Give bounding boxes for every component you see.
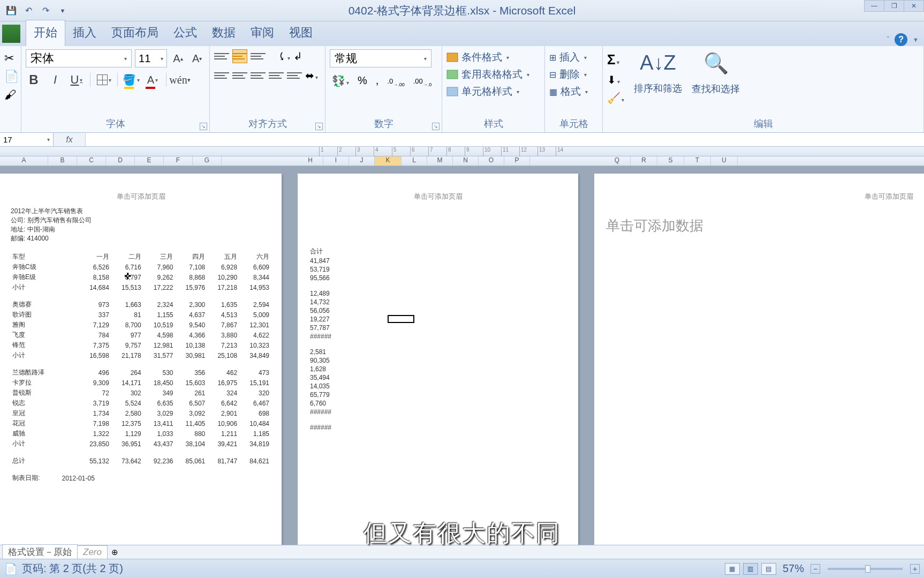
insert-cells-button[interactable]: ⊞ 插入▾ — [549, 50, 598, 64]
format-as-table-button[interactable]: 套用表格格式▾ — [446, 67, 540, 81]
col-Q[interactable]: Q — [604, 156, 631, 166]
cut-icon[interactable]: ✂ — [4, 51, 17, 65]
tab-formulas[interactable]: 公式 — [166, 20, 205, 46]
page3-header[interactable]: 单击可添加页眉 — [594, 174, 924, 207]
tab-data[interactable]: 数据 — [205, 20, 243, 46]
orientation-icon[interactable]: ⤹▾ — [277, 50, 290, 63]
qat-dropdown-icon[interactable]: ▼ — [56, 4, 70, 18]
col-K[interactable]: K — [375, 156, 402, 166]
file-tab[interactable] — [2, 25, 20, 43]
number-dialog-launcher[interactable]: ↘ — [432, 123, 440, 130]
conditional-formatting-button[interactable]: 条件格式▾ — [446, 50, 540, 64]
autosum-button[interactable]: Σ▾ — [607, 51, 624, 68]
align-middle-icon[interactable] — [232, 49, 247, 63]
col-U[interactable]: U — [711, 156, 738, 166]
col-L[interactable]: L — [402, 156, 427, 166]
sort-filter-icon[interactable]: A↓Z — [640, 51, 676, 74]
font-size-combo[interactable]: 11▾ — [135, 49, 167, 67]
align-center-icon[interactable] — [232, 69, 247, 82]
sheet-tab-1[interactable]: 格式设置－原始 — [2, 544, 78, 560]
tab-home[interactable]: 开始 — [26, 20, 65, 46]
underline-button[interactable]: U▾ — [69, 72, 85, 88]
format-cells-button[interactable]: ▦ 格式▾ — [549, 85, 598, 99]
ribbon-dropdown-icon[interactable]: ▼ — [913, 36, 919, 43]
percent-format-icon[interactable]: % — [355, 73, 369, 88]
number-format-combo[interactable]: 常规▾ — [330, 49, 431, 67]
fill-color-button[interactable]: 🪣▾ — [123, 72, 139, 88]
font-color-button[interactable]: A▾ — [145, 72, 161, 88]
borders-button[interactable]: ▾ — [96, 72, 112, 88]
undo-icon[interactable]: ↶ — [21, 4, 35, 18]
tab-view[interactable]: 视图 — [282, 20, 320, 46]
col-R[interactable]: R — [631, 156, 657, 166]
save-icon[interactable]: 💾 — [4, 4, 18, 18]
align-bottom-icon[interactable] — [251, 49, 266, 63]
col-F[interactable]: F — [164, 156, 193, 166]
format-painter-icon[interactable]: 🖌 — [4, 88, 17, 102]
normal-view-button[interactable]: ▦ — [725, 563, 740, 575]
col-B[interactable]: B — [48, 156, 77, 166]
align-dialog-launcher[interactable]: ↘ — [315, 123, 323, 130]
clear-button[interactable]: 🧹▾ — [607, 92, 624, 104]
wrap-text-icon[interactable]: ↲ — [293, 50, 302, 63]
decrease-indent-icon[interactable] — [269, 69, 284, 82]
align-right-icon[interactable] — [251, 69, 266, 82]
accounting-format-icon[interactable]: 💱▾ — [330, 73, 351, 88]
zoom-slider[interactable] — [828, 568, 903, 570]
italic-button[interactable]: I — [47, 72, 63, 88]
close-button[interactable]: ✕ — [904, 0, 924, 12]
align-left-icon[interactable] — [214, 69, 229, 82]
align-top-icon[interactable] — [214, 49, 229, 63]
page3-add-data[interactable]: 单击可添加数据 — [594, 207, 924, 245]
col-I[interactable]: I — [323, 156, 349, 166]
col-C[interactable]: C — [77, 156, 106, 166]
sheet-tab-2[interactable]: Zero — [77, 545, 108, 559]
redo-icon[interactable]: ↷ — [39, 4, 52, 18]
tab-insert[interactable]: 插入 — [65, 20, 104, 46]
merge-cells-icon[interactable]: ⬌▾ — [305, 69, 318, 82]
col-M[interactable]: M — [427, 156, 453, 166]
col-J[interactable]: J — [349, 156, 375, 166]
help-icon[interactable]: ? — [895, 33, 907, 46]
find-select-icon[interactable]: 🔍 — [703, 51, 729, 75]
fx-label[interactable]: fx — [54, 133, 86, 146]
page1-header[interactable]: 单击可添加页眉 — [0, 174, 282, 207]
col-O[interactable]: O — [479, 156, 504, 166]
bold-button[interactable]: B — [26, 72, 42, 88]
ribbon-minimize-icon[interactable]: ˇ — [887, 35, 889, 44]
name-box[interactable]: 17▾ — [0, 133, 54, 146]
col-E[interactable]: E — [135, 156, 164, 166]
pagebreak-view-button[interactable]: ▤ — [761, 563, 776, 575]
phonetic-button[interactable]: wén▾ — [172, 72, 188, 88]
col-N[interactable]: N — [453, 156, 479, 166]
col-D[interactable]: D — [106, 156, 135, 166]
fill-button[interactable]: ⬇▾ — [607, 73, 624, 86]
copy-icon[interactable]: 📄 — [4, 70, 17, 84]
minimize-button[interactable]: — — [864, 0, 884, 12]
decrease-font-icon[interactable]: A▾ — [189, 50, 205, 66]
cell-styles-button[interactable]: 单元格样式▾ — [446, 85, 540, 99]
col-G[interactable]: G — [193, 156, 222, 166]
increase-indent-icon[interactable] — [287, 69, 302, 82]
selected-cell[interactable] — [388, 315, 414, 323]
page2-header[interactable]: 单击可添加页眉 — [298, 174, 578, 207]
font-dialog-launcher[interactable]: ↘ — [200, 123, 207, 130]
col-T[interactable]: T — [684, 156, 711, 166]
increase-font-icon[interactable]: A▴ — [170, 50, 186, 66]
col-H[interactable]: H — [298, 156, 323, 166]
col-S[interactable]: S — [657, 156, 684, 166]
pagelayout-view-button[interactable]: ▥ — [743, 563, 758, 575]
zoom-in-button[interactable]: + — [910, 564, 920, 574]
formula-input[interactable] — [86, 133, 924, 146]
tab-review[interactable]: 审阅 — [243, 20, 282, 46]
comma-format-icon[interactable]: , — [374, 73, 381, 88]
decrease-decimal-icon[interactable]: .00→.0 — [411, 73, 434, 88]
worksheet-area[interactable]: 单击可添加页眉 2012年上半年汽车销售表 公司: 别秀汽车销售有限公司 地址:… — [0, 166, 924, 554]
font-name-combo[interactable]: 宋体▾ — [26, 49, 132, 67]
increase-decimal-icon[interactable]: .0→.00 — [385, 73, 406, 88]
maximize-button[interactable]: ❐ — [884, 0, 904, 12]
new-sheet-icon[interactable]: ⊕ — [107, 547, 123, 557]
col-A[interactable]: A — [0, 156, 48, 166]
tab-pagelayout[interactable]: 页面布局 — [104, 20, 166, 46]
delete-cells-button[interactable]: ⊟ 删除▾ — [549, 67, 598, 81]
